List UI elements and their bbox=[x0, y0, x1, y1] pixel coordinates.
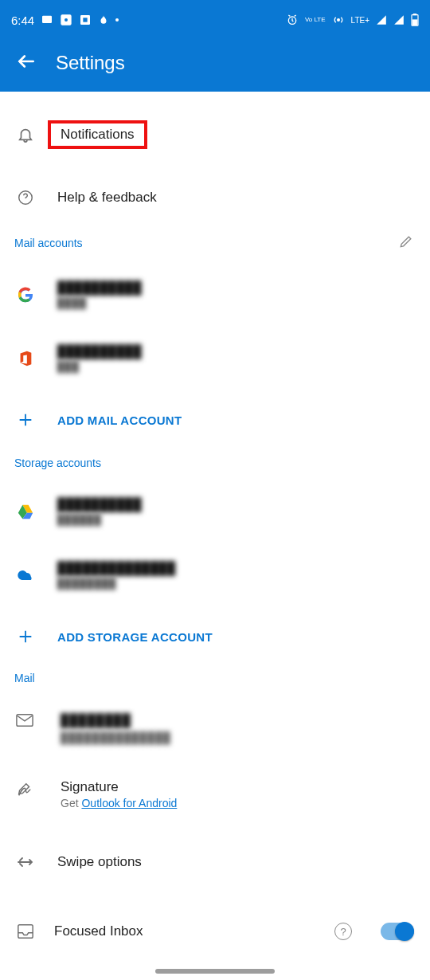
focused-label: Focused Inbox bbox=[54, 923, 315, 939]
status-time: 6:44 bbox=[11, 14, 34, 27]
notifications-row[interactable]: Notifications bbox=[0, 108, 430, 162]
status-bar: 6:44 Vo LTE LTE+ bbox=[0, 0, 430, 40]
storage-accounts-title: Storage accounts bbox=[14, 457, 101, 469]
account-sub: ███ bbox=[57, 361, 142, 373]
swipe-label: Swipe options bbox=[57, 854, 142, 870]
google-icon bbox=[16, 285, 35, 304]
plus-icon bbox=[16, 627, 35, 646]
account-sub: ██████ bbox=[57, 514, 142, 526]
plus-icon bbox=[16, 410, 35, 429]
onedrive-icon bbox=[16, 566, 35, 585]
svg-rect-4 bbox=[84, 18, 88, 22]
volte-icon: Vo LTE bbox=[305, 17, 326, 23]
default-label: ████████ bbox=[61, 713, 171, 728]
nav-home-indicator[interactable] bbox=[155, 969, 275, 974]
app-bar: Settings bbox=[0, 40, 430, 92]
inbox-icon bbox=[16, 923, 35, 940]
svg-rect-12 bbox=[18, 925, 33, 939]
message-icon bbox=[41, 14, 53, 26]
storage-accounts-header: Storage accounts bbox=[0, 445, 430, 477]
mail-accounts-title: Mail accounts bbox=[14, 237, 83, 249]
bell-icon bbox=[16, 126, 35, 143]
storage-account-onedrive[interactable]: ██████████████ ████████ bbox=[0, 551, 430, 600]
signal2-icon bbox=[393, 14, 405, 25]
svg-point-2 bbox=[64, 18, 68, 22]
add-mail-account[interactable]: ADD MAIL ACCOUNT bbox=[0, 394, 430, 445]
default-mail-row[interactable]: ████████ ██████████████ bbox=[0, 702, 430, 755]
mail-account-office[interactable]: ██████████ ███ bbox=[0, 334, 430, 383]
flame-icon bbox=[98, 14, 109, 26]
help-icon bbox=[16, 189, 35, 206]
help-label: Help & feedback bbox=[57, 190, 157, 206]
page-title: Settings bbox=[56, 52, 125, 74]
default-sub: ██████████████ bbox=[61, 731, 171, 744]
focused-help-icon[interactable]: ? bbox=[334, 923, 352, 940]
mail-account-google[interactable]: ██████████ ████ bbox=[0, 270, 430, 319]
account-name: ██████████ bbox=[57, 344, 142, 359]
signature-label: Signature bbox=[61, 779, 177, 795]
account-sub: ████ bbox=[57, 297, 142, 309]
edit-pencil-icon[interactable] bbox=[398, 233, 414, 253]
battery-icon bbox=[411, 14, 419, 26]
add-mail-label: ADD MAIL ACCOUNT bbox=[57, 414, 182, 427]
signal1-icon bbox=[376, 14, 387, 25]
outlook-android-link[interactable]: Outlook for Android bbox=[81, 797, 177, 809]
more-dot-icon bbox=[115, 18, 119, 22]
envelope-icon bbox=[16, 713, 35, 731]
focused-toggle[interactable] bbox=[381, 923, 414, 940]
add-storage-account[interactable]: ADD STORAGE ACCOUNT bbox=[0, 611, 430, 662]
svg-point-6 bbox=[337, 19, 339, 22]
account-name: ██████████ bbox=[57, 497, 142, 512]
svg-rect-11 bbox=[17, 715, 33, 727]
svg-rect-0 bbox=[42, 16, 52, 23]
lte-label: LTE+ bbox=[351, 16, 369, 25]
account-name: ██████████ bbox=[57, 280, 142, 296]
hotspot-icon bbox=[332, 14, 345, 26]
add-storage-label: ADD STORAGE ACCOUNT bbox=[57, 630, 213, 644]
account-name: ██████████████ bbox=[57, 561, 176, 576]
focused-inbox-row: Focused Inbox ? bbox=[0, 900, 430, 962]
signature-icon bbox=[16, 779, 35, 802]
office-icon bbox=[16, 349, 35, 368]
svg-rect-8 bbox=[413, 14, 416, 15]
swipe-icon bbox=[16, 856, 35, 868]
app-notif-icon bbox=[60, 14, 72, 26]
svg-rect-9 bbox=[412, 20, 417, 25]
storage-account-drive[interactable]: ██████████ ██████ bbox=[0, 487, 430, 536]
signature-row[interactable]: Signature Get Outlook for Android bbox=[0, 768, 430, 821]
swipe-options-row[interactable]: Swipe options bbox=[0, 835, 430, 889]
back-arrow-icon[interactable] bbox=[16, 51, 37, 75]
mail-section-title: Mail bbox=[0, 662, 430, 688]
notifications-label: Notifications bbox=[48, 120, 147, 149]
alarm-icon bbox=[286, 14, 299, 26]
account-sub: ████████ bbox=[57, 578, 176, 590]
app-notif2-icon bbox=[79, 14, 92, 26]
help-feedback-row[interactable]: Help & feedback bbox=[0, 176, 430, 219]
google-drive-icon bbox=[16, 502, 35, 521]
signature-sub: Get Outlook for Android bbox=[61, 797, 177, 809]
mail-accounts-header: Mail accounts bbox=[0, 225, 430, 261]
